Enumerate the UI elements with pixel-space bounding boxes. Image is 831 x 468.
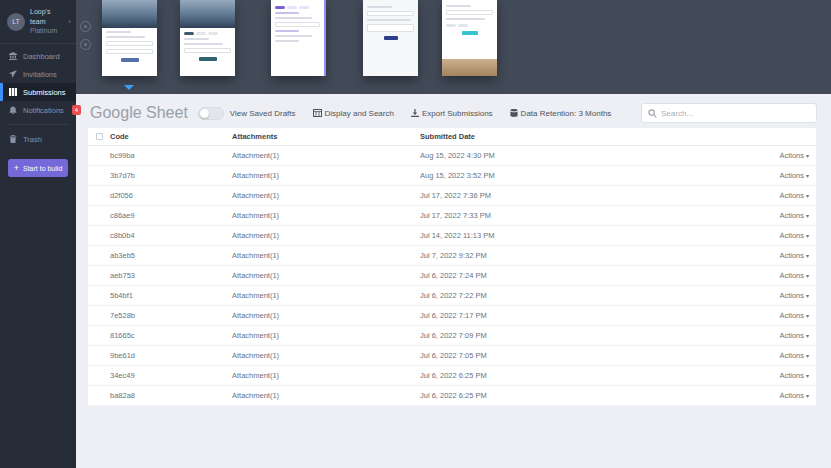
attachments-link[interactable]: Attachment(1) <box>232 171 420 180</box>
caret-down-icon: ▾ <box>806 173 809 179</box>
sidebar-item-notifications[interactable]: Notifications 4 <box>0 101 76 119</box>
sidebar-item-label: Notifications <box>23 106 64 115</box>
submissions-panel: Google Sheet View Saved Drafts Display a… <box>76 94 831 468</box>
sidebar: LT Loop's team Platinum › Dashboard Invi… <box>0 0 76 468</box>
attachments-link[interactable]: Attachment(1) <box>232 371 420 380</box>
submission-code: 81665c <box>110 331 232 340</box>
data-retention-button[interactable]: Data Retention: 3 Months <box>510 109 612 118</box>
form-cover-image <box>180 0 235 28</box>
table-row: ab3eb5 Attachment(1) Jul 7, 2022 9:32 PM… <box>88 246 816 266</box>
submission-code: aeb753 <box>110 271 232 280</box>
form-thumbnail-4[interactable] <box>363 0 418 76</box>
table-row: c86ae9 Attachment(1) Jul 17, 2022 7:33 P… <box>88 206 816 226</box>
table-icon <box>313 109 322 117</box>
actions-button[interactable]: Actions▾ <box>744 231 816 240</box>
actions-button[interactable]: Actions▾ <box>744 271 816 280</box>
caret-down-icon: ▾ <box>806 373 809 379</box>
actions-button[interactable]: Actions▾ <box>744 311 816 320</box>
actions-button[interactable]: Actions▾ <box>744 331 816 340</box>
actions-button[interactable]: Actions▾ <box>744 191 816 200</box>
divider <box>8 124 68 125</box>
form-thumbnail-5[interactable] <box>442 0 497 76</box>
actions-button[interactable]: Actions▾ <box>744 351 816 360</box>
table-row: d2f056 Attachment(1) Jul 17, 2022 7:36 P… <box>88 186 816 206</box>
submissions-table: Code Attachments Submitted Date bc99ba A… <box>88 128 816 406</box>
form-thumbnail-2[interactable] <box>180 0 235 76</box>
caret-down-icon: ▾ <box>806 293 809 299</box>
table-row: bc99ba Attachment(1) Aug 15, 2022 4:30 P… <box>88 146 816 166</box>
caret-down-icon: ▾ <box>806 393 809 399</box>
sidebar-item-label: Dashboard <box>23 52 60 61</box>
attachments-link[interactable]: Attachment(1) <box>232 251 420 260</box>
submitted-date: Jul 17, 2022 7:33 PM <box>420 211 744 220</box>
display-and-search-button[interactable]: Display and Search <box>313 109 394 118</box>
attachments-link[interactable]: Attachment(1) <box>232 331 420 340</box>
chevron-right-icon: › <box>68 17 71 26</box>
actions-button[interactable]: Actions▾ <box>744 391 816 400</box>
table-row: 81665c Attachment(1) Jul 6, 2022 7:09 PM… <box>88 326 816 346</box>
attachments-link[interactable]: Attachment(1) <box>232 211 420 220</box>
submission-code: ba82a8 <box>110 391 232 400</box>
table-row: 5b4bf1 Attachment(1) Jul 6, 2022 7:22 PM… <box>88 286 816 306</box>
table-row: c8b0b4 Attachment(1) Jul 14, 2022 11:13 … <box>88 226 816 246</box>
table-row: ba82a8 Attachment(1) Jul 6, 2022 6:25 PM… <box>88 386 816 406</box>
submission-code: bc99ba <box>110 151 232 160</box>
actions-button[interactable]: Actions▾ <box>744 151 816 160</box>
export-submissions-button[interactable]: Export Submissions <box>411 109 493 118</box>
start-to-build-button[interactable]: + Start to build <box>8 159 68 177</box>
actions-button[interactable]: Actions▾ <box>744 171 816 180</box>
submitted-date: Jul 6, 2022 7:24 PM <box>420 271 744 280</box>
notifications-badge: 4 <box>72 105 81 115</box>
column-header-attachments: Attachments <box>232 132 420 141</box>
sidebar-item-dashboard[interactable]: Dashboard <box>0 47 76 65</box>
table-header: Code Attachments Submitted Date <box>88 128 816 146</box>
submitted-date: Jul 6, 2022 7:22 PM <box>420 291 744 300</box>
actions-button[interactable]: Actions▾ <box>744 211 816 220</box>
select-all-checkbox[interactable] <box>96 133 103 140</box>
search-box <box>641 103 817 123</box>
attachments-link[interactable]: Attachment(1) <box>232 311 420 320</box>
page-title: Google Sheet <box>90 104 188 122</box>
download-icon <box>411 109 419 117</box>
column-header-code: Code <box>110 132 232 141</box>
column-header-date: Submitted Date <box>420 132 744 141</box>
form-footer-image <box>442 59 497 76</box>
actions-button[interactable]: Actions▾ <box>744 291 816 300</box>
submission-code: ab3eb5 <box>110 251 232 260</box>
caret-down-icon: ▾ <box>806 333 809 339</box>
attachments-link[interactable]: Attachment(1) <box>232 351 420 360</box>
sidebar-item-submissions[interactable]: Submissions <box>0 83 76 101</box>
submitted-date: Jul 6, 2022 7:17 PM <box>420 311 744 320</box>
attachments-link[interactable]: Attachment(1) <box>232 271 420 280</box>
bell-icon <box>9 106 17 114</box>
submission-code: d2f056 <box>110 191 232 200</box>
form-thumbnail-1[interactable] <box>102 0 157 76</box>
form-thumbnail-3[interactable] <box>271 0 326 76</box>
attachments-link[interactable]: Attachment(1) <box>232 151 420 160</box>
caret-down-icon: ▾ <box>806 313 809 319</box>
carousel-control-icon[interactable] <box>80 21 91 32</box>
form-carousel-bar <box>76 0 831 94</box>
submission-code: 34ec49 <box>110 371 232 380</box>
table-row: 3b7d7b Attachment(1) Aug 15, 2022 3:52 P… <box>88 166 816 186</box>
search-input[interactable] <box>661 109 810 118</box>
table-row: 7e528b Attachment(1) Jul 6, 2022 7:17 PM… <box>88 306 816 326</box>
view-saved-drafts-toggle[interactable] <box>198 107 224 120</box>
attachments-link[interactable]: Attachment(1) <box>232 231 420 240</box>
attachments-link[interactable]: Attachment(1) <box>232 291 420 300</box>
table-row: aeb753 Attachment(1) Jul 6, 2022 7:24 PM… <box>88 266 816 286</box>
actions-button[interactable]: Actions▾ <box>744 251 816 260</box>
submission-code: c8b0b4 <box>110 231 232 240</box>
attachments-link[interactable]: Attachment(1) <box>232 191 420 200</box>
carousel-control-icon[interactable] <box>80 39 91 50</box>
sidebar-item-trash[interactable]: Trash <box>0 130 76 148</box>
caret-down-icon: ▾ <box>806 253 809 259</box>
team-switcher[interactable]: LT Loop's team Platinum › <box>0 0 76 44</box>
attachments-link[interactable]: Attachment(1) <box>232 391 420 400</box>
sidebar-item-invitations[interactable]: Invitations <box>0 65 76 83</box>
actions-button[interactable]: Actions▾ <box>744 371 816 380</box>
submitted-date: Jul 6, 2022 6:25 PM <box>420 391 744 400</box>
trash-icon <box>9 135 17 143</box>
caret-down-icon: ▾ <box>806 193 809 199</box>
submitted-date: Aug 15, 2022 3:52 PM <box>420 171 744 180</box>
